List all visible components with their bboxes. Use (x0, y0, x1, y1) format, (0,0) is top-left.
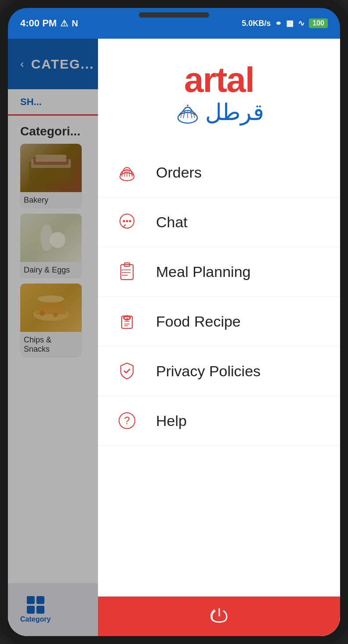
svg-point-37 (122, 269, 123, 271)
wifi-icon: ∿ (298, 18, 304, 28)
privacy-label: Privacy Policies (156, 363, 261, 380)
phone-frame: 4:00 PM ⚠ N 5.0KB/s ⚭ ▦ ∿ 100 ‹ CATEG... (0, 0, 348, 644)
time: 4:00 PM (20, 18, 57, 29)
menu-item-meal-planning[interactable]: Meal Planning (98, 247, 340, 297)
power-icon (208, 605, 230, 627)
basket-icon (116, 161, 138, 184)
logo-text-en: artal (174, 61, 264, 99)
sim-icon: ▦ (286, 18, 294, 28)
orders-label: Orders (156, 164, 202, 181)
side-drawer: artal قرطل (98, 39, 340, 636)
svg-point-28 (123, 220, 125, 222)
network-icon: N (72, 18, 78, 29)
chat-label: Chat (156, 214, 188, 231)
drawer-menu: Orders Chat (98, 143, 340, 597)
speaker (139, 12, 209, 18)
svg-text:★: ★ (126, 317, 129, 321)
chat-icon (116, 211, 138, 233)
menu-item-orders[interactable]: Orders (98, 148, 340, 197)
logo: artal قرطل (174, 61, 264, 126)
menu-item-privacy[interactable]: Privacy Policies (98, 346, 340, 396)
clipboard-icon (116, 260, 138, 283)
content-area: ‹ CATEG... SH... Categori... (8, 39, 340, 636)
menu-item-chat[interactable]: Chat (98, 197, 340, 247)
help-icon: ? (116, 409, 138, 432)
network-speed: 5.0KB/s (242, 19, 271, 28)
meal-planning-label: Meal Planning (156, 263, 250, 280)
bluetooth-icon: ⚭ (275, 18, 282, 28)
drawer-footer[interactable] (98, 597, 340, 636)
svg-point-38 (122, 272, 123, 273)
svg-point-20 (189, 107, 190, 109)
logo-basket-icon (174, 99, 201, 126)
chef-icon: ★ (116, 310, 138, 333)
phone-inner: 4:00 PM ⚠ N 5.0KB/s ⚭ ▦ ∿ 100 ‹ CATEG... (8, 8, 340, 636)
svg-point-30 (129, 220, 131, 222)
svg-point-39 (122, 275, 123, 276)
help-label: Help (156, 412, 187, 429)
alert-icon: ⚠ (60, 18, 68, 29)
drawer-logo-area: artal قرطل (98, 39, 340, 143)
svg-text:?: ? (124, 415, 130, 426)
menu-item-food-recipe[interactable]: ★ Food Recipe (98, 297, 340, 346)
svg-point-19 (185, 107, 186, 109)
svg-point-29 (126, 220, 128, 222)
shield-icon (116, 360, 138, 382)
logo-text-ar: قرطل (174, 99, 264, 126)
battery-indicator: 100 (309, 18, 328, 28)
svg-point-18 (187, 105, 188, 106)
food-recipe-label: Food Recipe (156, 313, 241, 330)
menu-item-help[interactable]: ? Help (98, 396, 340, 446)
